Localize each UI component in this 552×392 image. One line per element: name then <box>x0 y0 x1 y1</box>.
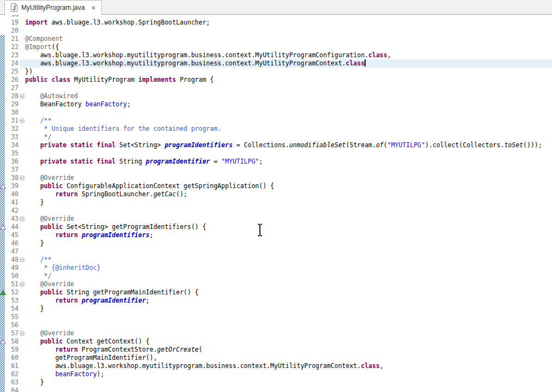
line-number: 63 <box>5 378 19 387</box>
line-number: 58 <box>5 337 19 346</box>
code-line-38[interactable]: 38 @Override <box>0 174 552 182</box>
code-line-40[interactable]: 40 return SpringBootLauncher.getCac(); <box>0 190 552 198</box>
code-line-33[interactable]: 33 */ <box>0 133 552 141</box>
code-line-64[interactable]: 64 <box>0 387 552 392</box>
line-number: 25 <box>5 68 19 76</box>
line-number: 19 <box>5 19 19 27</box>
code-text: beanFactory); <box>25 370 104 378</box>
code-text: * Unique identifiers for the contained p… <box>25 125 221 133</box>
line-number: 39 <box>5 182 19 190</box>
code-line-55[interactable]: 55 <box>0 313 552 321</box>
code-line-27[interactable]: 27 <box>0 84 552 92</box>
code-line-41[interactable]: 41 } <box>0 198 552 207</box>
line-number: 26 <box>5 76 19 84</box>
code-text: getProgramMainIdentifier(), <box>25 354 157 362</box>
code-text: aws.bluage.l3.workshop.myutilityprogram.… <box>25 59 366 68</box>
implements-marker-icon[interactable] <box>0 184 6 189</box>
code-line-22[interactable]: 22@Import({ <box>0 43 552 51</box>
line-number: 54 <box>5 305 19 313</box>
line-number: 53 <box>5 297 19 305</box>
overrides-marker-icon[interactable] <box>0 290 6 295</box>
fold-collapse-icon[interactable] <box>20 176 25 180</box>
code-line-42[interactable]: 42 <box>0 207 552 215</box>
code-line-44[interactable]: 44 public Set<String> getProgramIdentifi… <box>0 223 552 231</box>
line-number: 18 <box>5 15 19 19</box>
code-text: @Override <box>25 280 74 288</box>
code-line-59[interactable]: 59 return ProgramContextStore.getOrCreat… <box>0 346 552 354</box>
code-line-24[interactable]: 24 aws.bluage.l3.workshop.myutilityprogr… <box>0 59 552 68</box>
code-text: public String getProgramMainIdentifier()… <box>25 288 199 297</box>
code-line-21[interactable]: 21@Component <box>0 35 552 43</box>
line-number: 45 <box>5 231 19 239</box>
code-line-32[interactable]: 32 * Unique identifiers for the containe… <box>0 125 552 133</box>
code-line-45[interactable]: 45 return programIdentifiers; <box>0 231 552 239</box>
line-number: 27 <box>5 84 19 92</box>
tab-title: MyUtilityProgram.java <box>21 4 85 11</box>
code-line-34[interactable]: 34 private static final Set<String> prog… <box>0 141 552 149</box>
line-number: 29 <box>5 100 19 108</box>
code-line-51[interactable]: 51 @Override <box>0 280 552 288</box>
fold-collapse-icon[interactable] <box>20 94 25 99</box>
code-editor[interactable]: 1819import aws.bluage.l3.workshop.Spring… <box>0 15 552 392</box>
code-line-58[interactable]: 58 public Context getContext() { <box>0 337 552 346</box>
code-line-60[interactable]: 60 getProgramMainIdentifier(), <box>0 354 552 362</box>
code-line-50[interactable]: 50 */ <box>0 272 552 280</box>
line-number: 30 <box>5 108 19 117</box>
code-text: * {@inheritDoc} <box>25 264 100 272</box>
code-line-28[interactable]: 28 @Autowired <box>0 92 552 100</box>
implements-marker-icon[interactable] <box>0 339 6 345</box>
line-number: 33 <box>5 133 19 141</box>
code-text: aws.bluage.l3.workshop.myutilityprogram.… <box>25 362 384 370</box>
line-number: 50 <box>5 272 19 280</box>
tab-close-icon[interactable]: × <box>90 4 97 12</box>
editor-content: 1819import aws.bluage.l3.workshop.Spring… <box>0 15 552 392</box>
java-file-icon: J <box>10 3 17 12</box>
line-number: 23 <box>5 51 19 59</box>
code-line-53[interactable]: 53 return programIdentifier; <box>0 297 552 305</box>
implements-marker-icon[interactable] <box>0 225 6 230</box>
code-line-46[interactable]: 46 } <box>0 239 552 248</box>
code-line-23[interactable]: 23 aws.bluage.l3.workshop.myutilityprogr… <box>0 51 552 59</box>
code-text: */ <box>25 272 51 280</box>
code-line-30[interactable]: 30 <box>0 108 552 117</box>
svg-text:J: J <box>13 5 16 11</box>
fold-collapse-icon[interactable] <box>20 257 25 262</box>
code-line-56[interactable]: 56 <box>0 321 552 329</box>
code-line-18[interactable]: 18 <box>0 15 552 19</box>
fold-collapse-icon[interactable] <box>20 331 25 336</box>
fold-collapse-icon[interactable] <box>20 216 25 221</box>
code-line-29[interactable]: 29 BeanFactory beanFactory; <box>0 100 552 108</box>
tab-myutilityprogram-java[interactable]: J MyUtilityProgram.java × <box>4 0 102 15</box>
code-line-36[interactable]: 36 private static final String programId… <box>0 158 552 166</box>
code-line-54[interactable]: 54 } <box>0 305 552 313</box>
code-text: @Override <box>25 215 74 223</box>
fold-collapse-icon[interactable] <box>20 118 25 123</box>
code-line-43[interactable]: 43 @Override <box>0 215 552 223</box>
code-line-49[interactable]: 49 * {@inheritDoc} <box>0 264 552 272</box>
code-line-52[interactable]: 52 public String getProgramMainIdentifie… <box>0 288 552 297</box>
code-line-47[interactable]: 47 <box>0 248 552 256</box>
text-caret <box>365 59 366 67</box>
fold-collapse-icon[interactable] <box>20 282 25 287</box>
code-line-35[interactable]: 35 <box>0 149 552 158</box>
code-line-37[interactable]: 37 <box>0 166 552 174</box>
code-text: } <box>25 198 44 207</box>
code-line-31[interactable]: 31 /** <box>0 117 552 125</box>
code-line-57[interactable]: 57 @Override <box>0 329 552 337</box>
code-line-39[interactable]: 39 public ConfigurableApplicationContext… <box>0 182 552 190</box>
code-line-61[interactable]: 61 aws.bluage.l3.workshop.myutilityprogr… <box>0 362 552 370</box>
code-line-26[interactable]: 26public class MyUtilityProgram implemen… <box>0 76 552 84</box>
code-text: /** <box>25 117 51 125</box>
code-line-25[interactable]: 25}) <box>0 68 552 76</box>
code-text: aws.bluage.l3.workshop.myutilityprogram.… <box>25 51 391 59</box>
code-line-63[interactable]: 63 } <box>0 378 552 387</box>
code-text: return SpringBootLauncher.getCac(); <box>25 190 187 198</box>
code-line-62[interactable]: 62 beanFactory); <box>0 370 552 378</box>
code-line-48[interactable]: 48 /** <box>0 256 552 264</box>
code-text: return programIdentifier; <box>25 297 150 305</box>
code-line-20[interactable]: 20 <box>0 27 552 35</box>
line-number: 20 <box>5 27 19 35</box>
code-text: @Autowired <box>25 92 78 100</box>
code-text: import aws.bluage.l3.workshop.SpringBoot… <box>25 19 210 27</box>
code-line-19[interactable]: 19import aws.bluage.l3.workshop.SpringBo… <box>0 19 552 27</box>
